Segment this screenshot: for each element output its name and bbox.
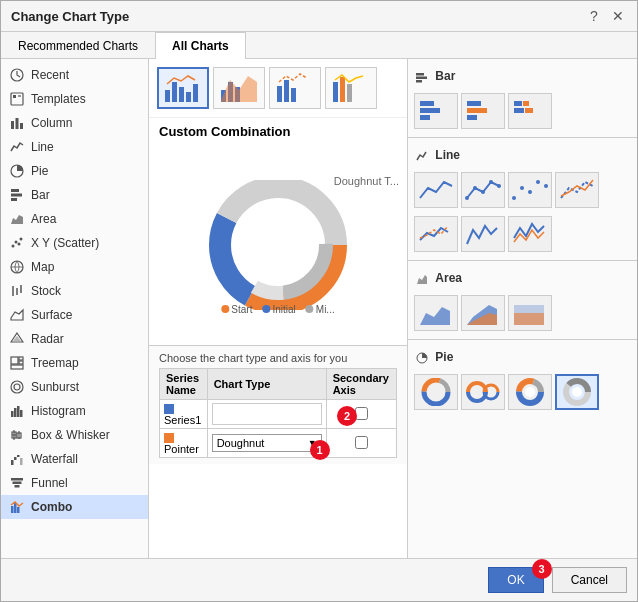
- dialog-title: Change Chart Type: [11, 9, 129, 24]
- thumb-combo-2[interactable]: [213, 67, 265, 109]
- sidebar-item-xy[interactable]: X Y (Scatter): [1, 231, 148, 255]
- sidebar-item-radar[interactable]: Radar: [1, 327, 148, 351]
- line-section-title: Line: [408, 142, 637, 168]
- bar-chart-grid: [408, 89, 637, 133]
- sidebar-item-surface[interactable]: Surface: [1, 303, 148, 327]
- sidebar-label-box-whisker: Box & Whisker: [31, 428, 110, 442]
- treemap-icon: [9, 355, 25, 371]
- bar-type-2[interactable]: [461, 93, 505, 129]
- tab-recommended[interactable]: Recommended Charts: [1, 32, 155, 59]
- bar-type-3[interactable]: [508, 93, 552, 129]
- close-button[interactable]: ✕: [609, 7, 627, 25]
- chart-thumbnails: [149, 59, 407, 118]
- map-icon: [9, 259, 25, 275]
- pointer-name: Pointer: [160, 429, 208, 458]
- sidebar-item-waterfall[interactable]: Waterfall: [1, 447, 148, 471]
- combo-icon: [9, 499, 25, 515]
- svg-point-28: [14, 384, 20, 390]
- svg-point-85: [481, 190, 485, 194]
- thumb-combo-3[interactable]: [269, 67, 321, 109]
- divider-area-pie: [408, 339, 637, 340]
- line-type-1[interactable]: [414, 172, 458, 208]
- area-chart-grid: [408, 291, 637, 335]
- legend-initial: Initial: [272, 304, 295, 315]
- line-type-2[interactable]: [461, 172, 505, 208]
- sidebar-item-column[interactable]: Column: [1, 111, 148, 135]
- surface-icon: [9, 307, 25, 323]
- bar-type-1[interactable]: [414, 93, 458, 129]
- help-button[interactable]: ?: [585, 7, 603, 25]
- sidebar-item-histogram[interactable]: Histogram: [1, 399, 148, 423]
- svg-rect-81: [514, 108, 524, 113]
- series1-name: Series1: [160, 400, 208, 429]
- sidebar-item-treemap[interactable]: Treemap: [1, 351, 148, 375]
- svg-point-89: [520, 186, 524, 190]
- svg-rect-1: [11, 93, 23, 105]
- sidebar-item-map[interactable]: Map: [1, 255, 148, 279]
- svg-rect-26: [19, 361, 23, 364]
- sidebar-item-line[interactable]: Line: [1, 135, 148, 159]
- combo-instruction: Choose the chart type and axis for you: [159, 352, 397, 364]
- pie-type-3[interactable]: [508, 374, 552, 410]
- sidebar-item-stock[interactable]: Stock: [1, 279, 148, 303]
- sidebar-label-line: Line: [31, 140, 54, 154]
- svg-marker-93: [417, 275, 427, 284]
- pie-type-4[interactable]: [555, 374, 599, 410]
- tab-all-charts[interactable]: All Charts: [155, 32, 246, 59]
- line-type-6[interactable]: [461, 216, 505, 252]
- line-type-4[interactable]: [555, 172, 599, 208]
- sidebar-item-box-whisker[interactable]: Box & Whisker: [1, 423, 148, 447]
- area-type-2[interactable]: [461, 295, 505, 331]
- legend-start: Start: [231, 304, 252, 315]
- svg-point-15: [20, 238, 23, 241]
- badge-1: 1: [310, 440, 330, 460]
- pie-chart-grid: [408, 370, 637, 414]
- pointer-type-select[interactable]: Doughnut ▼: [212, 434, 322, 452]
- funnel-icon: [9, 475, 25, 491]
- svg-point-12: [12, 245, 15, 248]
- preview-chart-title: Doughnut T...: [334, 175, 399, 187]
- sidebar-item-combo[interactable]: Combo: [1, 495, 148, 519]
- stock-icon: [9, 283, 25, 299]
- sidebar-item-recent[interactable]: Recent: [1, 63, 148, 87]
- svg-rect-62: [340, 77, 345, 102]
- chart-type-panel: Bar Line: [407, 59, 637, 558]
- pie-type-1[interactable]: [414, 374, 458, 410]
- thumb-combo-4[interactable]: [325, 67, 377, 109]
- line-type-7[interactable]: [508, 216, 552, 252]
- pie-chart-icon: [9, 163, 25, 179]
- series1-type-select[interactable]: [212, 403, 322, 425]
- svg-rect-49: [165, 90, 170, 102]
- thumb-combo-1[interactable]: [157, 67, 209, 109]
- bar-section-title: Bar: [408, 63, 637, 89]
- pointer-secondary-checkbox[interactable]: [355, 436, 368, 449]
- preview-area: Doughnut T... St: [149, 145, 407, 345]
- col-secondary-axis: Secondary Axis: [326, 369, 396, 400]
- series1-chart-type: [207, 400, 326, 429]
- svg-point-67: [242, 209, 314, 281]
- line-type-5[interactable]: [414, 216, 458, 252]
- sidebar-label-area: Area: [31, 212, 56, 226]
- cancel-button[interactable]: Cancel: [552, 567, 627, 593]
- badge-2: 2: [337, 406, 357, 426]
- line-icon-small: [416, 148, 431, 162]
- sidebar-item-area[interactable]: Area: [1, 207, 148, 231]
- svg-point-14: [18, 243, 21, 246]
- sidebar-item-funnel[interactable]: Funnel: [1, 471, 148, 495]
- svg-rect-25: [19, 357, 23, 360]
- area-type-3[interactable]: [508, 295, 552, 331]
- sidebar-item-bar[interactable]: Bar: [1, 183, 148, 207]
- area-type-1[interactable]: [414, 295, 458, 331]
- sidebar-item-sunburst[interactable]: Sunburst: [1, 375, 148, 399]
- svg-rect-27: [11, 365, 23, 369]
- svg-rect-52: [186, 92, 191, 102]
- sidebar-item-pie[interactable]: Pie: [1, 159, 148, 183]
- svg-point-86: [489, 180, 493, 184]
- svg-point-83: [465, 196, 469, 200]
- sidebar-item-templates[interactable]: Templates: [1, 87, 148, 111]
- title-bar: Change Chart Type ? ✕: [1, 1, 637, 32]
- line-type-3[interactable]: [508, 172, 552, 208]
- sidebar-label-bar: Bar: [31, 188, 50, 202]
- pie-type-2[interactable]: [461, 374, 505, 410]
- svg-rect-75: [420, 115, 430, 120]
